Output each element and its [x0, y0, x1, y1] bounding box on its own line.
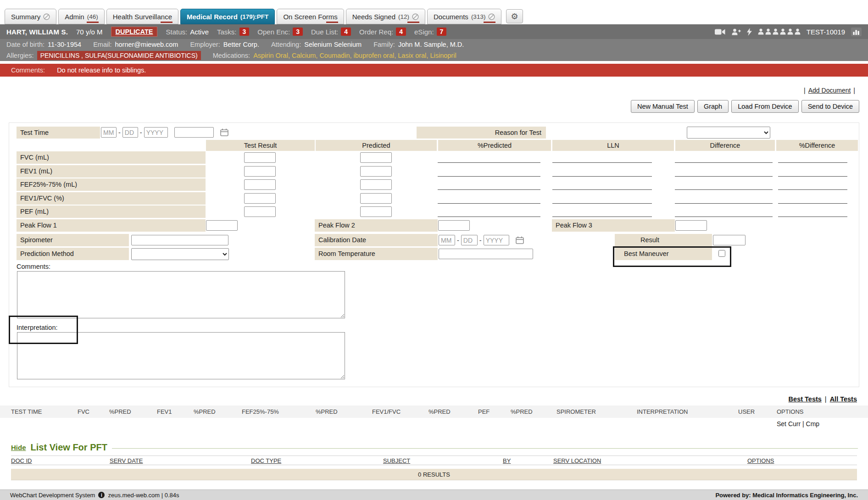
calibration-yyyy-input[interactable] [484, 235, 509, 245]
reason-for-test-select[interactable] [687, 127, 770, 139]
medication-link[interactable]: Lisinopril [430, 52, 456, 59]
info-icon[interactable]: i [98, 492, 105, 498]
blank-value-line [675, 176, 773, 177]
calibration-dd-input[interactable] [461, 235, 478, 245]
tab-medical-record[interactable]: Medical Record (179):PFT [180, 9, 275, 24]
flash-icon[interactable] [747, 28, 752, 36]
add-document-link[interactable]: Add Document [808, 87, 851, 94]
spirometer-input[interactable] [131, 235, 228, 245]
dob-pair: Date of birth: 11-30-1954 [6, 41, 81, 48]
results-column-header: FEV1 [157, 408, 172, 415]
esign-count-badge[interactable]: 7 [437, 28, 447, 36]
peak-flow-3-input[interactable] [675, 220, 707, 231]
fev1-predicted-input[interactable] [360, 166, 392, 177]
blank-value-line [778, 217, 847, 217]
tab-documents[interactable]: Documents (313) [427, 9, 501, 24]
send-to-device-button[interactable]: Send to Device [801, 100, 859, 113]
fvc-predicted-input[interactable] [360, 152, 392, 163]
tab-admin[interactable]: Admin (46) [58, 9, 105, 24]
blank-value-line [552, 176, 652, 177]
interpretation-textarea[interactable] [17, 332, 345, 379]
attending-value: Selenium Selenium [304, 41, 362, 48]
doc-column-header[interactable]: OPTIONS [747, 457, 774, 464]
result-input[interactable] [713, 235, 746, 245]
footer-host-time: zeus.med-web.com | 0.84s [108, 492, 179, 499]
employer-pair: Employer: Better Corp. [190, 41, 259, 48]
open-enc-count-badge[interactable]: 3 [293, 28, 303, 36]
medication-link[interactable]: Aspirin Oral [253, 52, 288, 59]
calendar-icon[interactable] [220, 128, 228, 136]
load-from-device-button[interactable]: Load From Device [731, 100, 798, 113]
circle-slash-icon[interactable] [488, 13, 495, 20]
fev1-fvc-test-result-input[interactable] [244, 193, 276, 204]
tab-on-screen-forms[interactable]: On Screen Forms [277, 9, 344, 24]
calibration-mm-input[interactable] [439, 235, 455, 245]
test-time-yyyy-input[interactable] [144, 127, 168, 138]
comments-textarea[interactable] [17, 271, 345, 318]
doc-column-header[interactable]: DOC ID [11, 457, 32, 464]
doc-column-header[interactable]: DOC TYPE [251, 457, 281, 464]
test-time-mm-input[interactable] [101, 127, 117, 138]
pef-test-result-input[interactable] [244, 206, 276, 217]
doc-column-header[interactable]: SERV DATE [110, 457, 143, 464]
peak-flow-3-label: Peak Flow 3 [552, 219, 675, 232]
fef25-75-test-result-input[interactable] [244, 179, 276, 190]
person-add-icon[interactable] [731, 28, 741, 35]
all-tests-link[interactable]: All Tests [830, 395, 857, 403]
bar-chart-icon[interactable] [851, 28, 862, 36]
person-icon [787, 28, 793, 35]
email-value[interactable]: horner@mieweb.com [115, 41, 178, 48]
test-time-time-input[interactable] [174, 127, 214, 138]
settings-gear-button[interactable]: ⚙ [506, 9, 523, 23]
interpretation-label: Interpretation: [17, 324, 57, 331]
tasks-count-badge[interactable]: 3 [239, 28, 250, 36]
prediction-method-select[interactable] [131, 248, 229, 260]
medication-link[interactable]: Calcium [292, 52, 316, 59]
fev1-fvc-predicted-input[interactable] [360, 193, 392, 204]
circle-slash-icon[interactable] [43, 13, 50, 20]
pef-predicted-input[interactable] [360, 206, 392, 217]
add-document-line: Add Document [0, 87, 858, 94]
room-temperature-input[interactable] [439, 249, 533, 259]
tab-label: Documents [434, 13, 468, 21]
fef25-75-predicted-input[interactable] [360, 179, 392, 190]
list-view-header: Hide List View For PFT [11, 442, 858, 453]
separator [801, 87, 808, 94]
medication-link[interactable]: Coumadin [319, 52, 350, 59]
fev1-test-result-input[interactable] [244, 166, 276, 177]
new-manual-test-button[interactable]: New Manual Test [631, 100, 695, 113]
hide-link[interactable]: Hide [11, 444, 26, 451]
best-maneuver-checkbox[interactable] [718, 250, 725, 257]
video-camera-icon[interactable] [715, 28, 725, 35]
tab-needs-signed[interactable]: Needs Signed (12) [346, 9, 425, 24]
peak-flow-2-input[interactable] [438, 220, 470, 231]
best-tests-link[interactable]: Best Tests [789, 395, 822, 403]
calendar-icon[interactable] [516, 236, 524, 244]
duplicate-badge[interactable]: DUPLICATE [111, 27, 158, 37]
medications-list: Aspirin Oral, Calcium, Coumadin, ibuprof… [253, 52, 456, 59]
results-column-header: TEST TIME [11, 408, 42, 415]
tab-count: (179):PFT [240, 13, 269, 20]
blank-value-line [552, 203, 652, 204]
results-table-header: TEST TIME FVC %PRED FEV1 %PRED FEF25%-75… [0, 406, 868, 418]
status-value: Active [190, 28, 209, 36]
set-curr-cmp-links[interactable]: Set Curr | Cmp [777, 420, 819, 428]
allergy-chip[interactable]: PENICILLINS , SULFA(SULFONAMIDE ANTIBIOT… [37, 51, 201, 60]
fvc-test-result-input[interactable] [244, 152, 276, 163]
order-req-count-badge[interactable]: 4 [396, 28, 406, 36]
tab-health-surveillance[interactable]: Health Surveillance [106, 9, 178, 24]
graph-button[interactable]: Graph [697, 100, 729, 113]
fev1-fvc-row-label: FEV1/FVC (%) [17, 192, 206, 205]
medication-link[interactable]: Lasix oral [398, 52, 426, 59]
test-time-dd-input[interactable] [122, 127, 138, 138]
medication-link[interactable]: ibuprofen oral [354, 52, 395, 59]
circle-slash-icon[interactable] [412, 13, 419, 20]
date-separator [479, 237, 482, 244]
doc-column-header[interactable]: SERV LOCATION [553, 457, 601, 464]
doc-column-header[interactable]: SUBJECT [383, 457, 410, 464]
due-list-count-badge[interactable]: 4 [341, 28, 351, 36]
peak-flow-1-input[interactable] [206, 220, 238, 231]
doc-column-header[interactable]: BY [503, 457, 511, 464]
tab-summary[interactable]: Summary [5, 9, 56, 24]
calibration-date-group [439, 235, 524, 245]
